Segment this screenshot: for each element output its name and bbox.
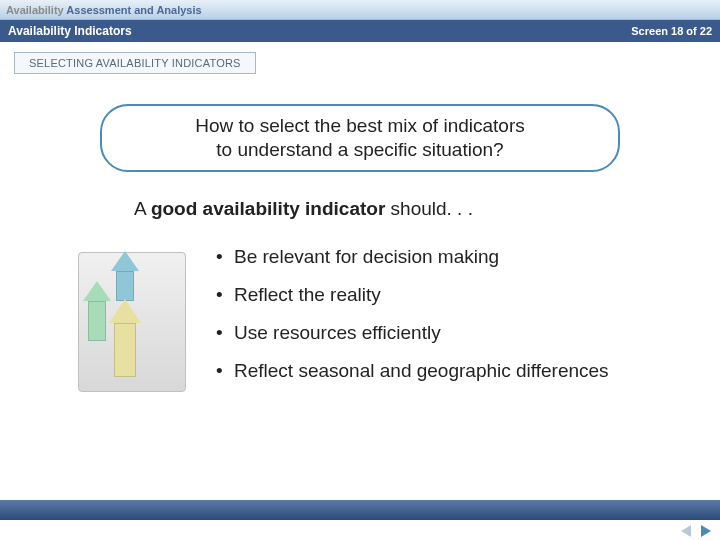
screen-counter: Screen 18 of 22	[631, 25, 712, 37]
list-item: Reflect the reality	[216, 284, 609, 306]
prev-button[interactable]	[678, 524, 694, 538]
lesson-title: Availability Indicators	[8, 24, 132, 38]
lead-bold: good availability indicator	[151, 198, 385, 219]
title-part-grey: Availability	[6, 4, 66, 16]
nav-arrows	[678, 524, 714, 538]
course-title: Availability Assessment and Analysis	[6, 4, 202, 16]
title-bar: Availability Assessment and Analysis	[0, 0, 720, 20]
section-label: SELECTING AVAILABILITY INDICATORS	[14, 52, 256, 74]
list-item: Use resources efficiently	[216, 322, 609, 344]
list-item: Reflect seasonal and geographic differen…	[216, 360, 609, 382]
footer-bar	[0, 500, 720, 520]
chevron-right-icon	[701, 525, 711, 537]
lead-suffix: should. . .	[385, 198, 473, 219]
title-part-blue: Assessment and Analysis	[66, 4, 201, 16]
main-content: How to select the best mix of indicators…	[0, 74, 720, 398]
lead-line: A good availability indicator should. . …	[134, 198, 660, 220]
arrows-icon	[78, 252, 186, 392]
sub-header-bar: Availability Indicators Screen 18 of 22	[0, 20, 720, 42]
chevron-left-icon	[681, 525, 691, 537]
next-button[interactable]	[698, 524, 714, 538]
lead-prefix: A	[134, 198, 151, 219]
content-row: Be relevant for decision making Reflect …	[78, 246, 660, 398]
question-line-2: to understand a specific situation?	[122, 138, 598, 162]
bullet-list: Be relevant for decision making Reflect …	[216, 246, 609, 398]
question-line-1: How to select the best mix of indicators	[122, 114, 598, 138]
question-box: How to select the best mix of indicators…	[100, 104, 620, 172]
list-item: Be relevant for decision making	[216, 246, 609, 268]
section-label-container: SELECTING AVAILABILITY INDICATORS	[14, 52, 720, 74]
